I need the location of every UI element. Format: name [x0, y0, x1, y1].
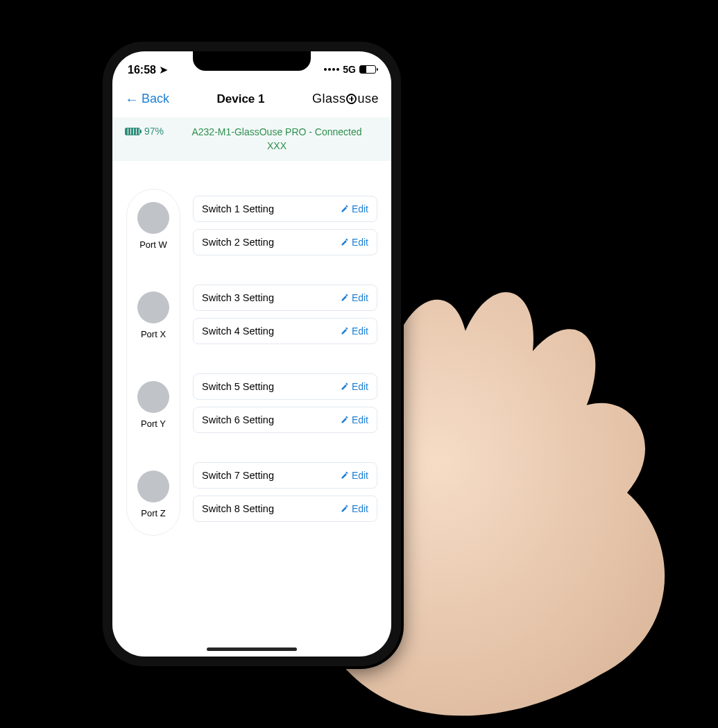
port-label: Port X	[141, 329, 166, 339]
edit-label: Edit	[352, 325, 368, 337]
switch-label: Switch 1 Setting	[202, 203, 274, 214]
location-icon: ➤	[159, 64, 168, 76]
switch-label: Switch 8 Setting	[202, 503, 274, 514]
switch-label: Switch 7 Setting	[202, 470, 274, 481]
pencil-icon	[341, 327, 349, 335]
edit-button[interactable]: Edit	[341, 237, 368, 248]
pencil-icon	[341, 294, 349, 302]
switch-row[interactable]: Switch 1 Setting Edit	[193, 196, 377, 222]
back-label: Back	[142, 92, 169, 106]
port-w[interactable]: Port W	[137, 202, 169, 250]
device-status-banner: 97% A232-M1-GlassOuse PRO - Connected XX…	[112, 117, 391, 161]
status-time: 16:58 ➤	[128, 63, 168, 76]
switch-row[interactable]: Switch 5 Setting Edit	[193, 373, 377, 400]
switch-group: Switch 7 Setting Edit Switch 8 Setting E…	[193, 462, 377, 522]
port-y[interactable]: Port Y	[137, 381, 169, 429]
main-content: Port W Port X Port Y Port Z	[112, 161, 391, 557]
switch-group: Switch 3 Setting Edit Switch 4 Setting E…	[193, 285, 377, 344]
edit-button[interactable]: Edit	[341, 203, 368, 214]
switch-row[interactable]: Switch 8 Setting Edit	[193, 496, 377, 522]
edit-button[interactable]: Edit	[341, 381, 368, 392]
switch-row[interactable]: Switch 3 Setting Edit	[193, 285, 377, 311]
time-label: 16:58	[128, 64, 156, 76]
edit-button[interactable]: Edit	[341, 414, 368, 425]
port-indicator-icon	[137, 202, 169, 234]
notch	[193, 51, 311, 71]
edit-button[interactable]: Edit	[341, 503, 368, 514]
device-connection: A232-M1-GlassOuse PRO - Connected XXX	[175, 126, 379, 153]
back-button[interactable]: ← Back	[125, 92, 169, 106]
pencil-icon	[341, 205, 349, 213]
switch-group: Switch 5 Setting Edit Switch 6 Setting E…	[193, 373, 377, 433]
switch-label: Switch 6 Setting	[202, 414, 274, 425]
port-label: Port Y	[141, 418, 166, 429]
edit-label: Edit	[352, 203, 368, 214]
switch-label: Switch 2 Setting	[202, 237, 274, 248]
edit-button[interactable]: Edit	[341, 292, 368, 303]
device-battery: 97%	[125, 126, 164, 137]
port-x[interactable]: Port X	[137, 291, 169, 339]
pencil-icon	[341, 416, 349, 424]
page-title: Device 1	[216, 92, 264, 106]
switch-settings-column: Switch 1 Setting Edit Switch 2 Setting E…	[193, 189, 377, 536]
port-label: Port W	[139, 239, 167, 250]
switch-label: Switch 5 Setting	[202, 381, 274, 392]
edit-button[interactable]: Edit	[341, 325, 368, 337]
battery-icon	[359, 65, 376, 74]
home-indicator[interactable]	[207, 647, 297, 651]
switch-label: Switch 3 Setting	[202, 292, 274, 303]
port-indicator-icon	[137, 471, 169, 502]
device-conn-line2: XXX	[175, 139, 379, 153]
phone-frame: 16:58 ➤ 5G ← Back Device 1 Glass use	[103, 42, 401, 666]
port-label: Port Z	[141, 508, 165, 518]
edit-label: Edit	[352, 237, 368, 248]
switch-label: Switch 4 Setting	[202, 325, 274, 337]
signal-icon	[324, 68, 339, 71]
port-z[interactable]: Port Z	[137, 471, 169, 518]
edit-label: Edit	[352, 503, 368, 514]
edit-label: Edit	[352, 470, 368, 481]
pencil-icon	[341, 238, 349, 246]
ports-rail: Port W Port X Port Y Port Z	[126, 189, 180, 536]
brand-pre: Glass	[312, 92, 346, 106]
edit-label: Edit	[352, 292, 368, 303]
pencil-icon	[341, 471, 349, 480]
switch-row[interactable]: Switch 7 Setting Edit	[193, 462, 377, 489]
switch-group: Switch 1 Setting Edit Switch 2 Setting E…	[193, 196, 377, 255]
port-indicator-icon	[137, 381, 169, 413]
edit-label: Edit	[352, 414, 368, 425]
edit-label: Edit	[352, 381, 368, 392]
brand-o-icon	[346, 94, 357, 104]
nav-header: ← Back Device 1 Glass use	[112, 87, 391, 117]
pencil-icon	[341, 505, 349, 513]
switch-row[interactable]: Switch 6 Setting Edit	[193, 407, 377, 433]
back-arrow-icon: ←	[125, 92, 139, 106]
switch-row[interactable]: Switch 2 Setting Edit	[193, 229, 377, 255]
network-label: 5G	[343, 64, 356, 75]
switch-row[interactable]: Switch 4 Setting Edit	[193, 318, 377, 344]
brand-logo: Glass use	[312, 92, 379, 106]
edit-button[interactable]: Edit	[341, 470, 368, 481]
device-battery-label: 97%	[144, 126, 164, 137]
screen: 16:58 ➤ 5G ← Back Device 1 Glass use	[112, 51, 391, 657]
port-indicator-icon	[137, 291, 169, 323]
pencil-icon	[341, 382, 349, 391]
device-conn-line1: A232-M1-GlassOuse PRO - Connected	[175, 126, 379, 139]
brand-post: use	[357, 92, 379, 106]
device-battery-icon	[125, 128, 140, 135]
